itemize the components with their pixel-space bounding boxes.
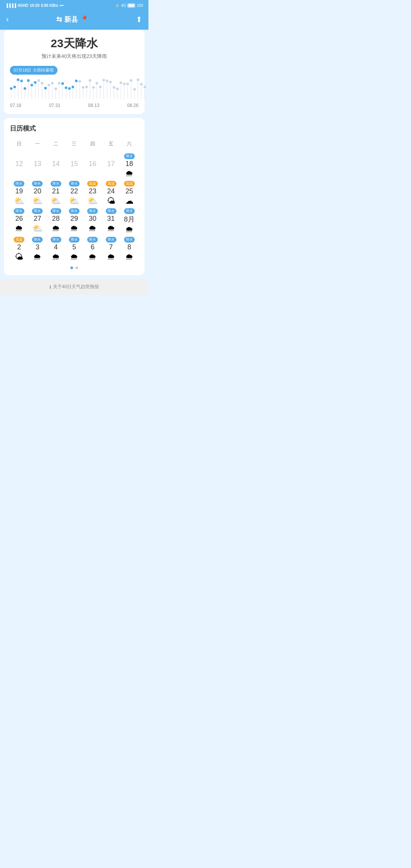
dot-line [121,85,121,99]
calendar-cell[interactable]: 降水7🌧 [102,235,120,263]
calendar-cell[interactable]: 高温2🌤 [10,235,28,263]
no-rain-dot [106,80,108,82]
calendar-day-number: 28 [52,215,60,223]
dot-line [66,90,66,99]
calendar-badge: 降水 [106,208,116,214]
dot-column [85,86,88,99]
dot-line [49,87,49,99]
calendar-cell[interactable]: 降水31🌧 [102,207,120,235]
dot-column [119,81,122,99]
no-rain-dot [58,82,61,85]
calendar-cell[interactable]: 降水28🌧 [47,207,65,235]
weather-icon: 🌧 [15,224,23,233]
rain-dot [72,86,74,88]
week-header-cell: 五 [102,139,120,149]
no-rain-dot [130,79,132,82]
dot-column [133,88,136,99]
calendar-day-number: 6 [91,243,94,251]
week-header-cell: 三 [65,139,83,149]
dot-line [52,85,53,99]
dot-column [99,86,102,99]
calendar-cell[interactable]: 14 [47,152,65,179]
dot-column [34,81,37,99]
calendar-cell[interactable]: 降水19⛅ [10,179,28,207]
dot-column [58,82,61,99]
calendar-cell[interactable]: 降水21⛅ [47,179,65,207]
footer[interactable]: ℹ 关于40日天气趋势预报 [0,279,148,295]
calendar-grid: 12 13 14 15 16 17降水18🌧降水19⛅降水20⛅降水21⛅降水2… [10,152,139,263]
calendar-day-number: 7 [109,243,113,251]
page-dot-2 [75,266,78,269]
calendar-cell[interactable]: 降水3🌧 [28,235,46,263]
calendar-cell[interactable]: 降水5🌧 [65,235,83,263]
dot-column [113,86,115,99]
weather-icon: 🌧 [107,224,115,233]
rain-title: 23天降水 [10,36,139,51]
status-left: ▐▐▐▐ 4GHD 10:20 0.90 KB/s ••• [5,3,64,8]
rain-dot [24,87,26,90]
rain-dot [68,87,71,90]
week-header-cell: 一 [28,139,46,149]
dot-column [68,87,71,99]
dot-column [13,86,16,99]
calendar-cell[interactable]: 降水18🌧 [120,152,139,179]
dot-line [25,91,25,99]
weather-icon: 🌧 [125,169,134,178]
share-button[interactable]: ⬆ [136,15,142,24]
calendar-cell[interactable]: 17 [102,152,120,179]
dot-line [97,85,97,99]
dot-line [28,83,29,99]
no-rain-dot [133,88,136,91]
rain-chart: 07月18日 大雨转暴雨 07.18 07.31 08.13 08.26 [10,66,139,108]
city-name: 新县 [64,15,78,24]
pagination [10,266,139,269]
rain-dot [20,80,23,82]
no-rain-dot [140,83,143,86]
calendar-cell[interactable]: 15 [65,152,83,179]
calendar-cell[interactable]: 降水26🌧 [10,207,28,235]
calendar-cell[interactable]: 13 [28,152,46,179]
dot-line [80,83,80,99]
calendar-badge: 降水 [124,153,135,159]
rain-dot [44,87,47,89]
calendar-cell[interactable]: 高温24🌤 [102,179,120,207]
calendar-cell[interactable]: 降水30🌧 [83,207,102,235]
calendar-cell[interactable]: 降水8月🌧 [120,207,139,235]
calendar-badge: 降水 [51,181,61,187]
dot-line [56,91,56,99]
dot-line [32,87,32,99]
rain-dot [61,82,64,85]
calendar-cell[interactable]: 高温23⛅ [83,179,102,207]
network-icon: 4G [121,3,126,8]
calendar-cell[interactable]: 降水4🌧 [47,235,65,263]
rain-dot [30,84,33,86]
calendar-cell[interactable]: 降水20⛅ [28,179,46,207]
calendar-cell[interactable]: 高温25☁ [120,179,139,207]
calendar-cell[interactable]: 降水8🌧 [120,235,139,263]
no-rain-dot [54,88,57,90]
calendar-badge: 降水 [51,208,61,214]
date-label-2: 07.31 [49,103,61,108]
weather-icon: ⛅ [51,197,61,205]
calendar-cell[interactable]: 16 [83,152,102,179]
dot-column [51,82,54,99]
dot-line [83,89,83,99]
dot-line [14,89,15,99]
calendar-cell[interactable]: 降水29🌧 [65,207,83,235]
dot-column [72,86,74,99]
dot-line [62,86,63,99]
calendar-badge: 降水 [32,181,43,187]
calendar-cell[interactable]: 降水22⛅ [65,179,83,207]
calendar-day-number: 8 [127,243,131,251]
no-rain-dot [37,79,40,82]
dot-line [38,83,39,99]
back-button[interactable]: ‹ [6,14,9,24]
calendar-badge: 降水 [124,208,135,214]
no-rain-dot [96,82,98,85]
calendar-cell[interactable]: 降水27⛅ [28,207,46,235]
page-dot-1 [70,266,73,269]
calendar-cell[interactable]: 12 [10,152,28,179]
dot-column [92,86,95,99]
rain-forecast-card: 23天降水 预计未来40天将出现23天降雨 07月18日 大雨转暴雨 07.18… [4,30,145,114]
calendar-cell[interactable]: 降水6🌧 [83,235,102,263]
